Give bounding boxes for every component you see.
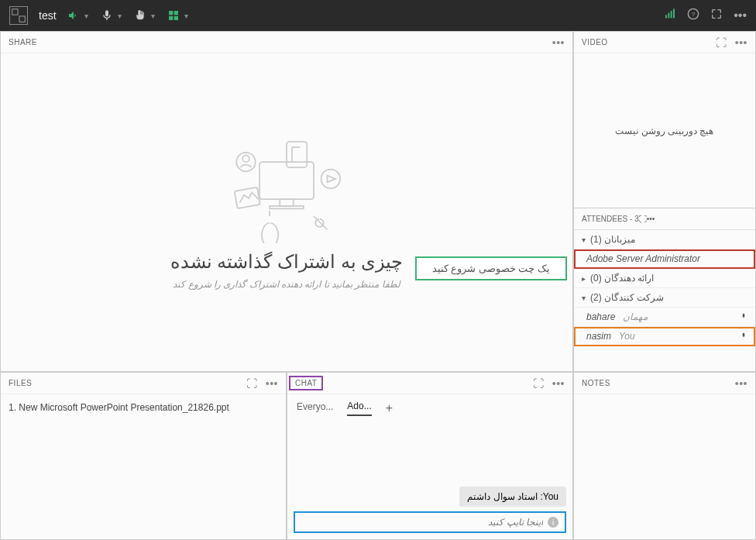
more-icon[interactable]: ••• — [647, 215, 655, 223]
raise-hand-control[interactable]: ▾ — [134, 9, 156, 22]
more-icon[interactable]: ••• — [266, 377, 278, 390]
more-icon[interactable]: ••• — [552, 377, 565, 390]
mic-icon — [740, 332, 747, 340]
chevron-down-icon — [582, 292, 586, 303]
participants-group-header[interactable]: شرکت کنندگان (2) — [574, 288, 755, 308]
svg-text:?: ? — [692, 11, 696, 18]
app-logo — [9, 6, 28, 25]
notes-title: NOTES — [582, 379, 610, 387]
chat-title: CHAT — [290, 377, 321, 389]
private-chat-tooltip: یک چت خصوصی شروع کنید — [415, 256, 567, 280]
chevron-down-icon — [582, 234, 586, 245]
more-icon[interactable]: ••• — [552, 36, 565, 49]
fullscreen-icon[interactable]: ⛶ — [716, 36, 727, 49]
add-chat-tab-button[interactable]: + — [386, 401, 393, 415]
share-illustration — [217, 135, 356, 243]
notes-panel: NOTES ••• — [573, 372, 756, 540]
attendee-row-host[interactable]: Adobe Server Administrator — [574, 249, 755, 269]
attendee-row-self[interactable]: nasim You — [574, 327, 755, 346]
svg-rect-2 — [665, 15, 667, 18]
chevron-down-icon[interactable]: ▾ — [83, 12, 90, 20]
svg-rect-1 — [19, 16, 25, 22]
chat-input[interactable] — [301, 517, 543, 528]
video-empty-message: هیچ دوربینی روشن نیست — [615, 126, 713, 136]
meeting-name: test — [39, 9, 57, 22]
mic-icon — [740, 313, 747, 321]
svg-rect-9 — [280, 199, 294, 206]
files-panel: FILES ⛶ ••• 1. New Microsoft PowerPoint … — [0, 372, 287, 540]
chat-tab-adobe[interactable]: Ado... — [347, 401, 371, 416]
fullscreen-icon[interactable]: ⛶ — [639, 215, 647, 223]
share-title: SHARE — [9, 38, 37, 46]
chat-message: You: استاد سوال داشتم — [459, 487, 566, 507]
attendees-count: - 3 — [630, 215, 639, 223]
chevron-down-icon[interactable]: ▾ — [149, 12, 156, 20]
signal-icon — [664, 8, 676, 23]
chevron-down-icon[interactable]: ▾ — [116, 12, 123, 20]
topbar: test ▾ ▾ ▾ ▾ ? ••• — [0, 0, 756, 31]
video-title: VIDEO — [582, 38, 608, 46]
info-icon[interactable]: i — [548, 517, 558, 528]
files-title: FILES — [9, 379, 32, 387]
chat-panel: CHAT ⛶ ••• Everyo... Ado... + You: استاد… — [287, 372, 573, 540]
attendees-title: ATTENDEES — [582, 215, 627, 223]
svg-point-13 — [242, 155, 249, 162]
svg-rect-4 — [671, 11, 672, 18]
svg-rect-3 — [668, 13, 670, 19]
speaker-control[interactable]: ▾ — [67, 9, 90, 22]
svg-rect-5 — [673, 9, 675, 18]
mic-control[interactable]: ▾ — [101, 9, 123, 22]
file-item[interactable]: 1. New Microsoft PowerPoint Presentation… — [9, 402, 278, 413]
share-panel: SHARE ••• — [0, 31, 573, 372]
help-icon[interactable]: ? — [687, 8, 699, 23]
fullscreen-icon[interactable]: ⛶ — [246, 377, 258, 390]
share-heading: چیزی به اشتراک گذاشته نشده — [170, 251, 404, 273]
video-attendees-column: VIDEO ⛶ ••• هیچ دوربینی روشن نیست ATTEND… — [573, 31, 756, 372]
attendee-row[interactable]: bahare مهمان — [574, 308, 755, 327]
more-icon[interactable]: ••• — [735, 377, 747, 390]
more-icon[interactable]: ••• — [735, 36, 747, 49]
fullscreen-icon[interactable] — [710, 8, 723, 23]
chat-tab-everyone[interactable]: Everyo... — [297, 401, 333, 415]
more-icon[interactable]: ••• — [734, 9, 747, 22]
svg-rect-11 — [287, 142, 307, 167]
svg-rect-0 — [12, 9, 18, 15]
share-subheading: لطفا منتظر بمانید تا ارائه دهنده اشتراک … — [173, 279, 400, 290]
hosts-group-header[interactable]: میزبانان (1) — [574, 230, 755, 249]
chevron-down-icon[interactable]: ▾ — [183, 12, 190, 20]
layout-control[interactable]: ▾ — [167, 9, 190, 22]
chat-input-container: i — [294, 511, 566, 533]
attendees-panel: ATTENDEES - 3 ⛶ ••• میزبانان (1) Adobe S… — [574, 208, 755, 371]
svg-rect-10 — [270, 206, 304, 209]
presenters-group-header[interactable]: ارائه دهندگان (0) — [574, 269, 755, 288]
fullscreen-icon[interactable]: ⛶ — [533, 377, 545, 390]
svg-point-14 — [321, 170, 341, 189]
chevron-right-icon — [582, 273, 586, 284]
